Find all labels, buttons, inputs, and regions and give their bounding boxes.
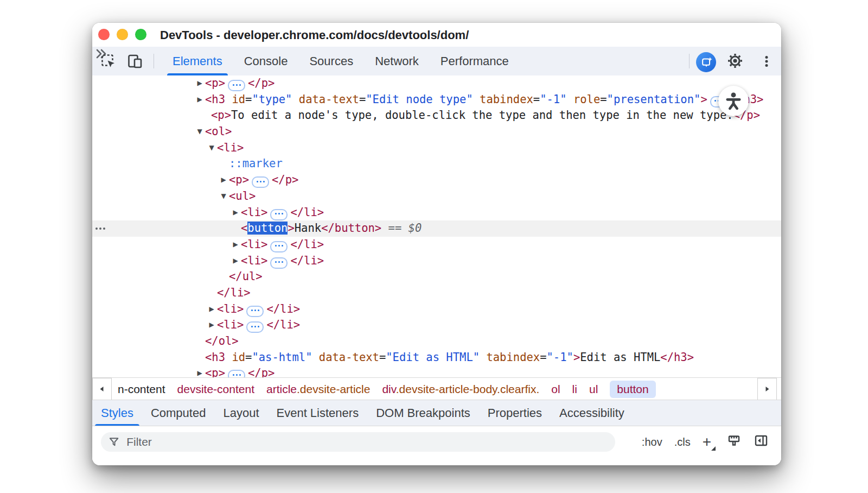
- dom-tree-row[interactable]: ▶<li></li>: [92, 205, 781, 221]
- styles-filter-input[interactable]: [125, 435, 608, 449]
- code-token: <ul>: [229, 189, 256, 203]
- collapse-arrow-icon[interactable]: ▼: [219, 188, 228, 205]
- inline-expand-ellipsis-button[interactable]: [246, 306, 264, 317]
- breadcrumb-token: li: [572, 383, 577, 395]
- dom-tree-row[interactable]: <button>Hank</button> == $0: [92, 220, 781, 237]
- expand-arrow-icon[interactable]: ▶: [195, 365, 205, 377]
- funnel-filter-icon: [108, 436, 120, 448]
- tab-console[interactable]: Console: [233, 47, 299, 75]
- tab-properties[interactable]: Properties: [479, 400, 551, 426]
- expand-arrow-icon[interactable]: ▶: [231, 253, 240, 269]
- breadcrumb-scroll-left-button[interactable]: [92, 378, 112, 400]
- breadcrumb-item[interactable]: div.devsite-article-body.clearfix.: [382, 383, 539, 396]
- settings-gear-icon[interactable]: [727, 53, 743, 71]
- breadcrumb-token: div: [382, 383, 395, 395]
- code-token: "Edit node type": [366, 93, 473, 106]
- code-token: Edit as HTML: [580, 351, 660, 364]
- dom-tree-row[interactable]: ▶<h3 id="type" data-text="Edit node type…: [92, 92, 781, 108]
- dom-tree-row[interactable]: ▶<li></li>: [92, 237, 781, 253]
- tab-sources[interactable]: Sources: [298, 47, 364, 75]
- rendering-brush-icon[interactable]: [726, 433, 742, 451]
- dom-tree-row[interactable]: ▼<ol>: [92, 124, 781, 140]
- dom-tree-row[interactable]: ▶<li></li>: [92, 301, 781, 318]
- dom-tree-row[interactable]: <p>To edit a node's type, double-click t…: [92, 108, 781, 124]
- code-token: =: [245, 93, 252, 106]
- inline-expand-ellipsis-button[interactable]: [252, 176, 269, 188]
- new-style-rule-plus-icon[interactable]: +: [703, 434, 714, 450]
- breadcrumb-item[interactable]: ul: [589, 383, 598, 396]
- inspect-icon[interactable]: [100, 53, 117, 72]
- expand-arrow-icon[interactable]: ▶: [219, 172, 228, 188]
- dom-tree-row[interactable]: </ul>: [92, 269, 781, 285]
- inline-expand-ellipsis-button[interactable]: [246, 321, 264, 333]
- toggle-hover-state-button[interactable]: :hov: [642, 436, 662, 448]
- expand-arrow-icon[interactable]: ▶: [207, 301, 216, 318]
- code-token: </p>: [272, 173, 298, 186]
- tab-computed[interactable]: Computed: [142, 400, 215, 426]
- tab-elements[interactable]: Elements: [162, 47, 233, 75]
- collapse-arrow-icon[interactable]: ▼: [207, 140, 216, 156]
- breadcrumb-list: n-contentdevsite-contentarticle.devsite-…: [118, 381, 781, 398]
- expand-arrow-icon[interactable]: ▶: [207, 317, 216, 333]
- inline-expand-ellipsis-button[interactable]: [270, 241, 288, 252]
- breadcrumb-item[interactable]: ol: [551, 383, 560, 396]
- expand-arrow-icon[interactable]: ▶: [231, 205, 240, 221]
- code-token: data-text: [319, 351, 379, 364]
- dom-tree-row[interactable]: ▶<li></li>: [92, 253, 781, 269]
- tab-network[interactable]: Network: [364, 47, 430, 75]
- code-token: "as-html": [252, 351, 312, 364]
- row-more-actions-icon[interactable]: [95, 227, 105, 230]
- breadcrumb-scroll-right-button[interactable]: [757, 378, 777, 400]
- breadcrumb-item[interactable]: button: [610, 381, 655, 398]
- dom-tree-row[interactable]: ▼<li>: [92, 140, 781, 156]
- toggle-sidebar-icon[interactable]: [754, 433, 769, 451]
- inline-expand-ellipsis-button[interactable]: [270, 209, 288, 220]
- dom-tree-row[interactable]: ▶<p></p>: [92, 365, 781, 377]
- code-token: [292, 93, 298, 106]
- close-window-button[interactable]: [98, 29, 110, 40]
- inline-expand-ellipsis-button[interactable]: [228, 370, 245, 377]
- tab-dom-breakpoints[interactable]: DOM Breakpoints: [367, 400, 479, 426]
- toggle-class-button[interactable]: .cls: [674, 436, 691, 448]
- breadcrumb-item[interactable]: devsite-content: [177, 383, 254, 396]
- expand-arrow-icon[interactable]: ▶: [195, 75, 205, 92]
- zoom-window-button[interactable]: [135, 29, 146, 40]
- tab-styles[interactable]: Styles: [92, 400, 142, 426]
- minimize-window-button[interactable]: [117, 29, 128, 40]
- code-token: Hank: [295, 222, 321, 235]
- tab-layout[interactable]: Layout: [214, 400, 267, 426]
- dom-tree-row[interactable]: ::marker: [92, 156, 781, 172]
- breadcrumb-token: ul: [589, 383, 598, 395]
- tab-event-listeners[interactable]: Event Listeners: [268, 400, 368, 426]
- code-token: tabindex: [480, 93, 533, 106]
- breadcrumb-item[interactable]: n-content: [118, 383, 165, 396]
- dom-tree-row[interactable]: <h3 id="as-html" data-text="Edit as HTML…: [92, 350, 781, 366]
- breadcrumb-item[interactable]: li: [572, 383, 577, 396]
- breadcrumb-item[interactable]: article.devsite-article: [266, 383, 370, 396]
- ai-assistance-icon[interactable]: [696, 52, 716, 72]
- code-token: [312, 351, 319, 364]
- collapse-arrow-icon[interactable]: ▼: [195, 124, 205, 140]
- code-token: </li>: [290, 206, 324, 219]
- code-token: <p>: [205, 77, 225, 90]
- code-token: To edit a node's type, double-click the …: [231, 109, 733, 122]
- tab-performance[interactable]: Performance: [430, 47, 520, 75]
- expand-arrow-icon[interactable]: ▶: [195, 92, 205, 108]
- kebab-menu-icon[interactable]: [758, 53, 775, 72]
- dom-tree-row[interactable]: ▶<li></li>: [92, 317, 781, 333]
- filter-field[interactable]: [101, 432, 615, 452]
- code-token: data-text: [299, 93, 359, 106]
- device-toolbar-icon[interactable]: [127, 53, 143, 72]
- inline-expand-ellipsis-button[interactable]: [228, 80, 245, 91]
- expand-arrow-icon[interactable]: ▶: [231, 237, 240, 253]
- dom-tree-row[interactable]: </li>: [92, 285, 781, 301]
- dom-tree-row[interactable]: ▶<p></p>: [92, 172, 781, 188]
- dom-tree-row[interactable]: </ol>: [92, 333, 781, 350]
- tab-accessibility[interactable]: Accessibility: [551, 400, 633, 426]
- breadcrumb-token: article: [266, 383, 297, 395]
- window-title: DevTools - developer.chrome.com/docs/dev…: [160, 23, 469, 48]
- dom-tree-row[interactable]: ▼<ul>: [92, 188, 781, 205]
- code-token: <h3: [205, 351, 232, 364]
- inline-expand-ellipsis-button[interactable]: [270, 257, 288, 269]
- dom-tree-row[interactable]: ▶<p></p>: [92, 75, 781, 92]
